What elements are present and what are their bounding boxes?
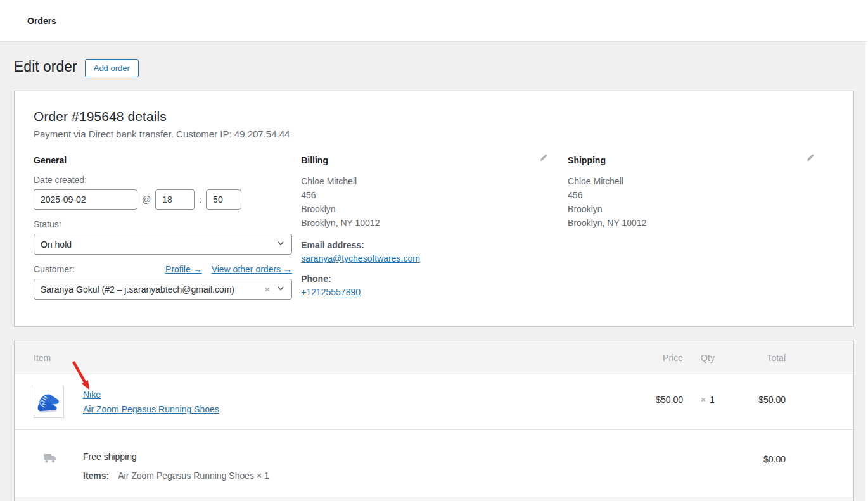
shipping-address-line: Brooklyn, NY 10012 [568,216,815,230]
shipping-total: $0.00 [732,454,786,464]
clear-selection-icon[interactable]: × [264,284,270,295]
customer-label-row: Customer: Profile → View other orders → [34,264,292,274]
shipping-address-line: Brooklyn [568,202,815,216]
order-items-card: Item Price Qty Total [14,341,854,501]
order-details-card: Order #195648 details Payment via Direct… [14,91,854,327]
billing-column: Billing Chloe Mitchell 456 Brooklyn Broo… [301,155,568,300]
main-content: Edit order Add order Order #195648 detai… [0,56,868,501]
product-brand-link[interactable]: Nike [83,390,219,400]
billing-address-line: Brooklyn [301,202,549,216]
customer-links: Profile → View other orders → [165,264,292,274]
shipping-address: Chloe Mitchell 456 Brooklyn Brooklyn, NY… [568,174,815,230]
shipping-address-line: Chloe Mitchell [568,174,815,188]
status-label: Status: [34,219,282,229]
blue-sneakers-image [34,386,63,419]
product-price: $50.00 [607,395,683,405]
billing-address-line: Brooklyn, NY 10012 [301,216,549,230]
add-order-button[interactable]: Add order [85,59,139,77]
page-head: Edit order Add order [14,56,854,79]
minute-input[interactable] [206,189,241,210]
product-name-link[interactable]: Air Zoom Pegasus Running Shoes [83,404,219,414]
scrollbar-track[interactable] [865,41,868,501]
edit-billing-button[interactable] [539,153,549,164]
status-select[interactable]: On hold [34,234,292,255]
shipping-heading: Shipping [568,155,606,165]
product-total: $50.00 [732,395,786,405]
shipping-items-label: Items: [83,471,109,481]
customer-label: Customer: [34,264,75,274]
date-created-row: @ : [34,189,282,210]
product-thumbnail[interactable] [34,386,64,418]
billing-address-line: 456 [301,188,549,202]
shipping-method-name: Free shipping [83,452,269,462]
topbar: Orders [0,0,868,41]
qty-value: 1 [710,395,715,405]
qty-column-header: Qty [683,353,732,363]
email-label: Email address: [301,240,549,250]
chevron-down-icon [276,239,285,250]
order-totals-strip [15,497,853,501]
status-select-value: On hold [41,239,276,250]
time-separator: : [199,194,201,205]
chevron-down-icon [276,284,285,295]
view-other-orders-link[interactable]: View other orders → [212,264,292,274]
pencil-icon [539,155,549,164]
items-table-header: Item Price Qty Total [15,341,853,374]
product-qty: ×1 [683,395,732,405]
at-symbol: @ [142,194,151,205]
shipping-address-line: 456 [568,188,815,202]
shipping-items-value: Air Zoom Pegasus Running Shoes × 1 [118,471,269,481]
order-meta: Payment via Direct bank transfer. Custom… [34,129,834,139]
product-name-cell: Nike Air Zoom Pegasus Running Shoes [83,390,219,414]
billing-email-link[interactable]: saranya@tychesoftwares.com [301,253,420,263]
billing-address: Chloe Mitchell 456 Brooklyn Brooklyn, NY… [301,174,549,230]
customer-select[interactable]: Saranya Gokul (#2 – j.saranyabtech@gmail… [34,279,292,300]
total-column-header: Total [732,353,786,363]
general-heading: General [34,155,282,165]
phone-label: Phone: [301,274,549,284]
page-title: Edit order [14,58,77,77]
hour-input[interactable] [155,189,195,210]
billing-address-line: Chloe Mitchell [301,174,549,188]
order-title: Order #195648 details [34,109,834,124]
customer-select-value: Saranya Gokul (#2 – j.saranyabtech@gmail… [41,284,264,295]
edit-shipping-button[interactable] [806,153,815,164]
billing-phone-link[interactable]: +12125557890 [301,287,361,297]
topbar-title: Orders [27,16,56,26]
order-columns: General Date created: @ : Status: On hol… [34,155,834,300]
product-line-item-row: Nike Air Zoom Pegasus Running Shoes $50.… [15,374,853,430]
shipping-column: Shipping Chloe Mitchell 456 Brooklyn Bro… [568,155,834,300]
item-column-header: Item [15,353,607,363]
multiply-symbol: × [701,395,706,405]
shipping-method-cell: Free shipping Items: Air Zoom Pegasus Ru… [83,452,269,481]
date-input[interactable] [34,189,137,210]
date-created-label: Date created: [34,175,282,185]
billing-heading: Billing [301,155,328,165]
general-column: General Date created: @ : Status: On hol… [34,155,301,300]
truck-icon [35,453,65,464]
shipping-line-item-row: Free shipping Items: Air Zoom Pegasus Ru… [15,430,853,481]
pencil-icon [806,155,815,164]
profile-link[interactable]: Profile → [165,264,202,274]
price-column-header: Price [607,353,683,363]
